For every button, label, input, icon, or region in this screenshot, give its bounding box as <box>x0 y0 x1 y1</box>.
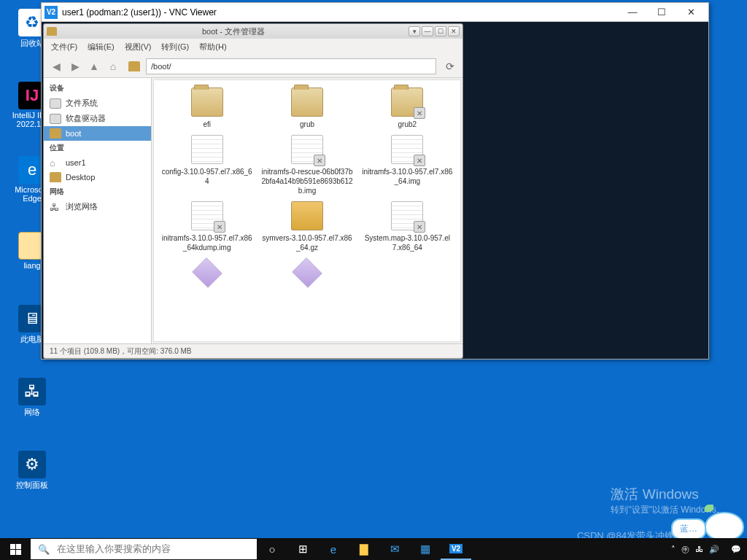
file-item[interactable]: symvers-3.10.0-957.el7.x86_64.gz <box>258 201 355 252</box>
sidebar-network[interactable]: 🖧浏览网络 <box>44 199 151 214</box>
tray-volume-icon[interactable]: 🔊 <box>709 545 719 554</box>
file-item[interactable] <box>258 258 355 290</box>
menu-file[interactable]: 文件(F) <box>48 40 80 54</box>
file-item[interactable]: efi <box>158 88 255 129</box>
sidebar-user[interactable]: ⌂user1 <box>44 155 151 170</box>
file-manager-window: boot - 文件管理器 ▾ — ☐ ✕ 文件(F) 编辑(E) 视图(V) 转… <box>43 23 463 359</box>
file-item[interactable]: ✕initramfs-3.10.0-957.el7.x86_64.img <box>359 135 456 195</box>
folder-icon <box>291 88 323 117</box>
vnc-title-text: user1 (podman:2 (user1)) - VNC Viewer <box>62 7 217 18</box>
taskbar-explorer[interactable]: ▇ <box>349 538 379 560</box>
network-icon: 🖧 <box>18 378 46 405</box>
sidebar-header-places: 位置 <box>44 141 151 155</box>
label: 浏览网络 <box>66 201 98 212</box>
vnc-body: boot - 文件管理器 ▾ — ☐ ✕ 文件(F) 编辑(E) 视图(V) 转… <box>42 22 708 359</box>
menu-help[interactable]: 帮助(H) <box>196 40 229 54</box>
sidebar-drive-fs[interactable]: 文件系统 <box>44 96 151 111</box>
fm-sidebar: 设备 文件系统 软盘驱动器 boot 位置 ⌂user1 Desktop 网络 … <box>44 78 152 343</box>
lock-badge-icon: ✕ <box>214 221 225 233</box>
file-name: config-3.10.0-957.el7.x86_64 <box>158 167 255 186</box>
folder-icon <box>191 88 223 117</box>
fm-file-grid[interactable]: efigrub✕grub2config-3.10.0-957.el7.x86_6… <box>153 79 461 342</box>
sidebar-boot[interactable]: boot <box>44 126 151 141</box>
search-placeholder: 在这里输入你要搜索的内容 <box>57 542 171 556</box>
vnc-titlebar[interactable]: V2 user1 (podman:2 (user1)) - VNC Viewer… <box>42 3 708 22</box>
tray-notifications-icon[interactable]: 💬 <box>731 545 741 554</box>
home-icon: ⌂ <box>50 158 61 168</box>
file-name: grub <box>258 120 355 129</box>
vnc-logo-icon: V2 <box>44 6 58 19</box>
fm-maximize-button[interactable]: ☐ <box>435 26 446 36</box>
watermark-line1: 激活 Windows <box>611 485 725 504</box>
file-item[interactable]: config-3.10.0-957.el7.x86_64 <box>158 135 255 195</box>
network-icon: 🖧 <box>50 202 61 212</box>
folder-icon <box>47 27 57 36</box>
exec-icon <box>292 257 322 288</box>
desktop-net[interactable]: 🖧 网络 <box>10 378 54 418</box>
sidebar-desktop[interactable]: Desktop <box>44 170 151 184</box>
taskbar-search[interactable]: 🔍 在这里输入你要搜索的内容 <box>31 539 257 559</box>
label: 网络 <box>10 407 54 418</box>
mascot[interactable] <box>700 508 744 541</box>
up-button[interactable]: ▲ <box>86 58 102 74</box>
fm-minimize-button[interactable]: — <box>422 26 433 36</box>
exec-icon <box>192 257 222 288</box>
menu-edit[interactable]: 编辑(E) <box>85 40 117 54</box>
doc-icon: ✕ <box>391 135 423 164</box>
minimize-button[interactable]: — <box>618 3 647 22</box>
file-item[interactable]: ✕initramfs-3.10.0-957.el7.x86_64kdump.im… <box>158 201 255 252</box>
menu-view[interactable]: 视图(V) <box>122 40 155 54</box>
fm-titlebar[interactable]: boot - 文件管理器 ▾ — ☐ ✕ <box>44 24 462 39</box>
taskbar-mail[interactable]: ✉ <box>379 538 410 560</box>
file-item[interactable]: ✕initramfs-0-rescue-06b0f37b2bfa4a14b9b5… <box>258 135 355 195</box>
maximize-button[interactable]: ☐ <box>647 3 676 22</box>
taskview-button[interactable]: ⊞ <box>287 538 318 560</box>
drive-icon <box>50 114 61 124</box>
file-name: initramfs-3.10.0-957.el7.x86_64.img <box>359 167 456 186</box>
drive-icon <box>50 98 61 109</box>
label: 文件系统 <box>66 98 98 109</box>
desktop-cp[interactable]: ⚙ 控制面板 <box>10 451 54 491</box>
cortana-button[interactable]: ○ <box>257 538 287 560</box>
back-button[interactable]: ◀ <box>48 58 64 74</box>
doc-icon: ✕ <box>391 201 423 230</box>
file-name: symvers-3.10.0-957.el7.x86_64.gz <box>258 233 355 252</box>
fm-close-button[interactable]: ✕ <box>448 26 460 36</box>
lock-badge-icon: ✕ <box>314 155 325 166</box>
taskbar-vnc[interactable]: V2 <box>441 538 471 560</box>
folder-icon <box>128 61 140 71</box>
mascot-body <box>705 512 744 541</box>
path-input[interactable]: /boot/ <box>146 58 436 74</box>
forward-button[interactable]: ▶ <box>67 58 83 74</box>
start-button[interactable] <box>0 538 31 560</box>
tray-ime-icon[interactable]: ㊥ <box>681 544 689 555</box>
leaf-icon <box>705 505 713 512</box>
fm-menubar: 文件(F) 编辑(E) 视图(V) 转到(G) 帮助(H) <box>44 39 462 55</box>
file-item[interactable]: ✕grub2 <box>359 88 456 129</box>
tray-network-icon[interactable]: 🖧 <box>695 545 703 553</box>
search-icon: 🔍 <box>38 544 50 555</box>
file-name: efi <box>158 120 255 129</box>
fm-toolbar: ◀ ▶ ▲ ⌂ /boot/ ⟳ <box>44 55 462 78</box>
refresh-button[interactable]: ⟳ <box>442 58 458 74</box>
tray-chevron-icon[interactable]: ˄ <box>671 545 676 554</box>
file-name: initramfs-3.10.0-957.el7.x86_64kdump.img <box>158 233 255 252</box>
file-item[interactable]: grub <box>258 88 355 129</box>
doc-icon: ✕ <box>191 201 223 230</box>
fm-shade-button[interactable]: ▾ <box>409 26 420 36</box>
label: 控制面板 <box>10 480 54 491</box>
file-item[interactable]: ✕System.map-3.10.0-957.el7.x86_64 <box>359 201 456 252</box>
taskbar-edge[interactable]: e <box>318 538 349 560</box>
lock-badge-icon: ✕ <box>414 221 425 233</box>
home-button[interactable]: ⌂ <box>105 58 121 74</box>
taskbar: 🔍 在这里输入你要搜索的内容 ○ ⊞ e ▇ ✉ ▦ V2 ˄ ㊥ 🖧 🔊 💬 <box>0 538 747 560</box>
folder-icon: ✕ <box>391 88 423 117</box>
taskbar-app[interactable]: ▦ <box>410 538 441 560</box>
file-item[interactable] <box>158 258 255 290</box>
sidebar-drive-floppy[interactable]: 软盘驱动器 <box>44 111 151 126</box>
menu-go[interactable]: 转到(G) <box>158 40 192 54</box>
pkg-icon <box>291 201 323 230</box>
system-tray[interactable]: ˄ ㊥ 🖧 🔊 💬 <box>665 544 747 555</box>
windows-icon <box>10 544 21 555</box>
close-button[interactable]: ✕ <box>676 3 705 22</box>
